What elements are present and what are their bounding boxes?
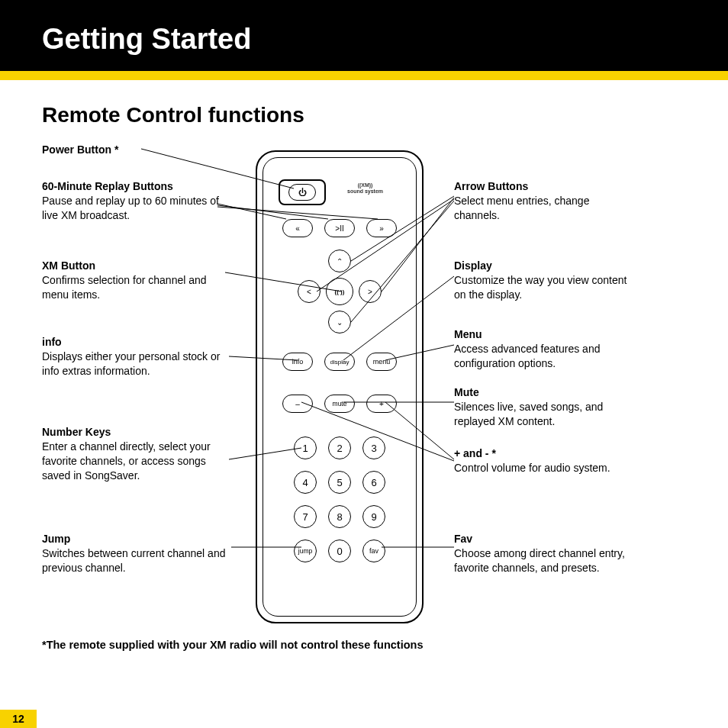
label-numbers: Number Keys Enter a channel directly, se… [42, 425, 233, 483]
num-4-button[interactable]: 4 [294, 471, 317, 494]
num-8-button[interactable]: 8 [328, 505, 351, 528]
xm-center-button[interactable]: (( )) [326, 278, 353, 305]
menu-button[interactable]: menu [366, 353, 397, 371]
jump-button[interactable]: jump [294, 540, 317, 562]
volume-down-button[interactable]: – [282, 395, 313, 413]
section-title: Remote Control functions [42, 103, 686, 127]
info-button[interactable]: info [282, 353, 313, 371]
num-5-button[interactable]: 5 [328, 471, 351, 494]
arrow-right-button[interactable]: > [359, 280, 382, 303]
yellow-divider [0, 71, 728, 80]
forward-button[interactable]: » [366, 219, 397, 237]
power-icon: ⏻ [298, 188, 307, 197]
page-header: Getting Started [0, 0, 728, 71]
brand-label: ((XM)) sound system [347, 182, 383, 195]
num-3-button[interactable]: 3 [362, 436, 385, 459]
num-0-button[interactable]: 0 [328, 540, 351, 562]
page-number: 12 [0, 710, 37, 728]
label-xm: XM Button Confirms selection for channel… [42, 259, 233, 302]
num-1-button[interactable]: 1 [294, 436, 317, 459]
rewind-button[interactable]: « [282, 219, 313, 237]
arrow-down-button[interactable]: ⌄ [328, 311, 351, 333]
mute-button[interactable]: mute [324, 395, 355, 413]
label-info: info Displays either your personal stock… [42, 335, 233, 378]
content-area: Remote Control functions Power Button * … [0, 80, 728, 666]
arrow-up-button[interactable]: ⌃ [328, 250, 351, 272]
footnote: *The remote supplied with your XM radio … [42, 639, 686, 651]
label-power: Power Button * [42, 143, 233, 157]
num-2-button[interactable]: 2 [328, 436, 351, 459]
num-6-button[interactable]: 6 [362, 471, 385, 494]
label-menu: Menu Access advanced features and config… [454, 327, 637, 371]
label-mute: Mute Silences live, saved songs, and rep… [454, 385, 637, 429]
power-button[interactable]: ⏻ [288, 184, 316, 201]
volume-up-button[interactable]: + [366, 395, 397, 413]
fav-button[interactable]: fav [362, 540, 385, 562]
power-button-frame: ⏻ [279, 179, 326, 205]
display-button[interactable]: display [324, 353, 355, 371]
play-pause-button[interactable]: >II [324, 219, 355, 237]
remote-illustration: ⏻ ((XM)) sound system « >II » ⌃ < (( )) … [256, 150, 424, 623]
num-9-button[interactable]: 9 [362, 505, 385, 528]
diagram-area: Power Button * 60-Minute Replay Buttons … [42, 143, 686, 631]
label-arrows: Arrow Buttons Select menu entries, chang… [454, 179, 637, 223]
label-fav: Fav Choose among direct channel entry, f… [454, 532, 637, 575]
label-display: Display Customize the way you view conte… [454, 259, 637, 302]
page-title: Getting Started [42, 23, 686, 56]
arrow-left-button[interactable]: < [298, 280, 321, 303]
label-plusminus: + and - * Control volume for audio syste… [454, 446, 637, 475]
num-7-button[interactable]: 7 [294, 505, 317, 528]
label-jump: Jump Switches between current channel an… [42, 532, 233, 575]
label-replay: 60-Minute Replay Buttons Pause and repla… [42, 179, 233, 223]
